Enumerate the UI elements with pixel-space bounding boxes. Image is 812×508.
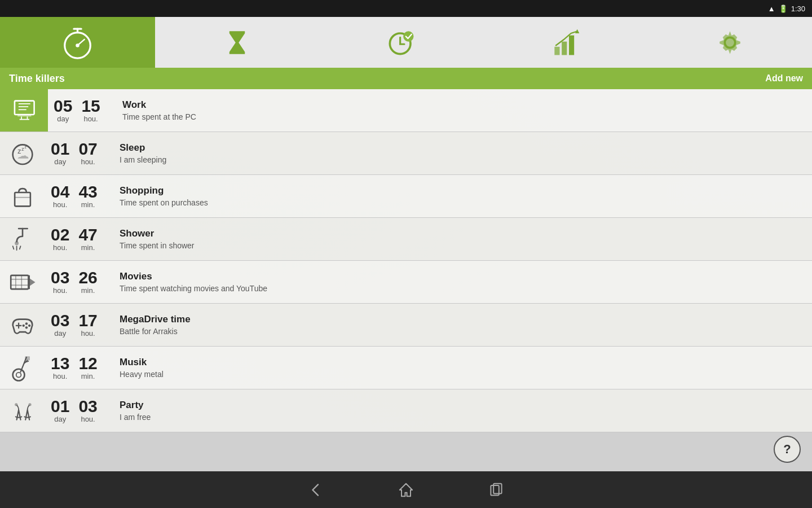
item-subtitle: Time spent at the PC — [122, 112, 805, 121]
time-row: 02 hou. 47 min. — [51, 226, 107, 252]
movies-icon — [8, 268, 37, 297]
battery-icon: 🔋 — [779, 5, 788, 13]
list-item[interactable]: 04 hou. 43 min. Shopping Time spent on p… — [0, 175, 812, 218]
svg-point-27 — [15, 241, 19, 245]
time-unit-1: hou. — [53, 200, 67, 209]
settings-icon — [714, 27, 745, 58]
svg-point-52 — [28, 403, 31, 406]
tab-hourglass[interactable] — [215, 23, 260, 62]
item-subtitle: Battle for Arrakis — [120, 327, 805, 336]
time-unit-1: hou. — [53, 243, 67, 252]
tab-settings[interactable] — [707, 23, 752, 62]
bottom-nav — [0, 471, 812, 508]
time-value-2: 12 — [78, 355, 97, 372]
svg-rect-24 — [15, 192, 30, 206]
time-value-1: 03 — [51, 312, 69, 329]
time-row: 05 day 15 hou. — [54, 98, 110, 123]
time-value-2: 07 — [78, 141, 97, 157]
tab-chart[interactable] — [543, 23, 588, 62]
computer-icon — [11, 96, 40, 125]
item-subtitle: Time spent watching movies and YouTube — [120, 284, 805, 293]
item-subtitle: I am free — [120, 413, 805, 422]
time-value-2: 47 — [78, 226, 97, 243]
list-item[interactable]: 02 hou. 47 min. Shower Time spent in sho… — [0, 218, 812, 261]
item-icon-area — [0, 304, 45, 346]
add-new-button[interactable]: Add new — [765, 73, 803, 84]
shopping-icon — [8, 182, 37, 211]
time-pair-2: 12 min. — [78, 355, 97, 380]
time-pair-2: 26 min. — [78, 269, 97, 295]
item-time: 04 hou. 43 min. — [45, 175, 113, 217]
item-icon-area — [0, 175, 45, 217]
item-info: MegaDrive time Battle for Arrakis — [113, 304, 812, 346]
time-value-1: 02 — [51, 226, 69, 243]
time-unit-2: hou. — [81, 415, 95, 423]
item-title: Shower — [120, 228, 805, 239]
nav-tabs — [155, 17, 812, 68]
stopwatch-icon — [59, 24, 96, 61]
time-display: 1:30 — [791, 5, 805, 13]
time-pair-2: 43 min. — [78, 183, 97, 209]
party-icon — [8, 396, 37, 426]
status-bar: ▲ 🔋 1:30 — [0, 0, 812, 17]
time-value-1: 05 — [54, 98, 72, 115]
back-button[interactable] — [304, 479, 327, 501]
time-row: 13 hou. 12 min. — [51, 355, 107, 380]
section-header: Time killers Add new — [0, 68, 812, 89]
time-pair-1: 03 day — [51, 312, 69, 338]
time-row: 03 hou. 26 min. — [51, 269, 107, 295]
item-info: Sleep I am sleeping — [113, 132, 812, 174]
svg-point-51 — [15, 403, 17, 406]
back-icon — [307, 481, 325, 499]
guitar-icon — [8, 353, 37, 383]
item-info: Movies Time spent watching movies and Yo… — [113, 261, 812, 303]
item-subtitle: Time spent in shower — [120, 241, 805, 250]
time-unit-1: day — [54, 157, 66, 166]
time-pair-2: 07 hou. — [78, 141, 97, 166]
time-value-2: 17 — [78, 312, 97, 329]
svg-rect-7 — [554, 46, 559, 55]
gamepad-icon — [8, 310, 37, 340]
svg-point-41 — [25, 322, 28, 325]
item-title: Party — [120, 400, 805, 411]
time-unit-1: day — [54, 329, 66, 338]
item-icon-area — [0, 261, 45, 303]
list-item[interactable]: z z z 01 day 07 hou. Sleep I am sleeping — [0, 132, 812, 175]
list-item[interactable]: 01 day 03 hou. Party I am free — [0, 389, 812, 432]
app-logo[interactable] — [0, 17, 155, 68]
time-value-1: 13 — [51, 355, 69, 372]
item-info: Party I am free — [113, 389, 812, 432]
item-icon-area: z z z — [0, 132, 45, 174]
time-unit-2: min. — [81, 243, 95, 252]
time-pair-1: 01 day — [51, 398, 69, 423]
item-title: Work — [122, 99, 805, 111]
svg-rect-32 — [11, 275, 28, 288]
svg-point-43 — [25, 326, 28, 329]
svg-line-30 — [20, 246, 21, 249]
svg-point-44 — [23, 324, 25, 326]
svg-rect-50 — [25, 356, 30, 360]
list-item[interactable]: 05 day 15 hou. Work Time spent at the PC — [0, 89, 812, 132]
home-button[interactable] — [395, 479, 417, 501]
item-icon-area — [0, 389, 45, 432]
help-button[interactable]: ? — [774, 436, 801, 463]
svg-marker-53 — [400, 483, 412, 496]
time-unit-1: day — [57, 115, 69, 123]
time-value-2: 15 — [81, 98, 100, 115]
time-value-2: 03 — [78, 398, 97, 415]
list-item[interactable]: 13 hou. 12 min. Musik Heavy metal — [0, 347, 812, 389]
time-pair-2: 03 hou. — [78, 398, 97, 423]
item-time: 03 hou. 26 min. — [45, 261, 113, 303]
time-value-1: 03 — [51, 269, 69, 286]
item-subtitle: Heavy metal — [120, 370, 805, 379]
top-nav — [0, 17, 812, 68]
time-unit-2: hou. — [81, 329, 95, 338]
item-time: 03 day 17 hou. — [45, 304, 113, 346]
signal-icon: ▲ — [768, 5, 775, 13]
svg-text:z: z — [17, 147, 21, 155]
list-item[interactable]: 03 day 17 hou. MegaDrive time Battle for… — [0, 304, 812, 347]
list-item[interactable]: 03 hou. 26 min. Movies Time spent watchi… — [0, 261, 812, 304]
tab-clock-check[interactable] — [379, 23, 424, 62]
time-pair-1: 04 hou. — [51, 183, 69, 209]
recents-button[interactable] — [485, 479, 508, 501]
